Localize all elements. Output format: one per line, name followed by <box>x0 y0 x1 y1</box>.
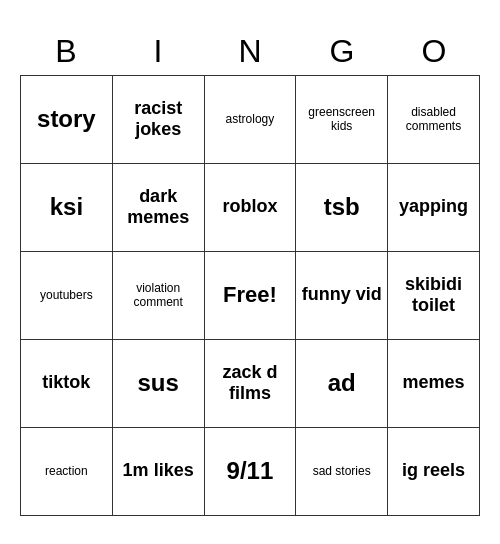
cell-1-1: dark memes <box>112 163 204 251</box>
cell-0-1: racist jokes <box>112 75 204 163</box>
table-row: story racist jokes astrology greenscreen… <box>21 75 480 163</box>
cell-4-0: reaction <box>21 427 113 515</box>
cell-1-4: yapping <box>388 163 480 251</box>
cell-1-2: roblox <box>204 163 296 251</box>
cell-3-4: memes <box>388 339 480 427</box>
table-row: tiktok sus zack d films ad memes <box>21 339 480 427</box>
cell-4-4: ig reels <box>388 427 480 515</box>
header-n: N <box>204 28 296 74</box>
cell-0-3: greenscreen kids <box>296 75 388 163</box>
table-row: youtubers violation comment Free! funny … <box>21 251 480 339</box>
cell-4-2: 9/11 <box>204 427 296 515</box>
cell-3-1: sus <box>112 339 204 427</box>
header-o: O <box>388 28 480 74</box>
table-row: ksi dark memes roblox tsb yapping <box>21 163 480 251</box>
cell-2-3: funny vid <box>296 251 388 339</box>
cell-3-0: tiktok <box>21 339 113 427</box>
cell-2-1: violation comment <box>112 251 204 339</box>
cell-0-0: story <box>21 75 113 163</box>
header-g: G <box>296 28 388 74</box>
cell-3-2: zack d films <box>204 339 296 427</box>
header-b: B <box>20 28 112 74</box>
cell-0-2: astrology <box>204 75 296 163</box>
cell-3-3: ad <box>296 339 388 427</box>
cell-4-3: sad stories <box>296 427 388 515</box>
cell-2-0: youtubers <box>21 251 113 339</box>
cell-1-3: tsb <box>296 163 388 251</box>
cell-0-4: disabled comments <box>388 75 480 163</box>
cell-2-2-free: Free! <box>204 251 296 339</box>
cell-2-4: skibidi toilet <box>388 251 480 339</box>
bingo-header-row: B I N G O <box>20 28 480 74</box>
bingo-grid: story racist jokes astrology greenscreen… <box>20 75 480 516</box>
cell-1-0: ksi <box>21 163 113 251</box>
cell-4-1: 1m likes <box>112 427 204 515</box>
table-row: reaction 1m likes 9/11 sad stories ig re… <box>21 427 480 515</box>
header-i: I <box>112 28 204 74</box>
